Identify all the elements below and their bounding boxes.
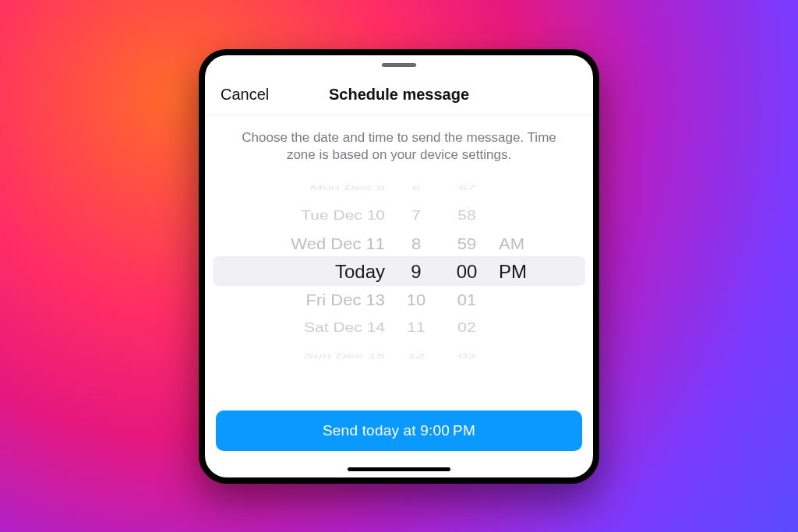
picker-minute-option[interactable]: 03: [458, 350, 475, 362]
cancel-button[interactable]: Cancel: [221, 86, 269, 104]
picker-hour-option[interactable]: 12: [408, 350, 425, 362]
picker-ampm-selected[interactable]: PM: [499, 258, 527, 286]
picker-minute-option[interactable]: 57: [458, 181, 475, 194]
picker-date-option[interactable]: Fri Dec 13: [306, 287, 385, 313]
picker-date-option[interactable]: Tue Dec 10: [301, 206, 385, 227]
picker-column-date[interactable]: Mon Dec 9 Tue Dec 10 Wed Dec 11 Today Fr…: [252, 174, 393, 368]
picker-date-option[interactable]: Sun Dec 15: [303, 350, 385, 362]
picker-date-option[interactable]: Mon Dec 9: [309, 181, 385, 194]
picker-minute-option[interactable]: 59: [457, 231, 476, 257]
modal-title: Schedule message: [329, 86, 469, 104]
instruction-text: Choose the date and time to send the mes…: [205, 115, 593, 174]
picker-minute-option[interactable]: 02: [457, 318, 475, 339]
picker-hour-option[interactable]: 7: [411, 206, 421, 227]
phone-frame: Cancel Schedule message Choose the date …: [199, 49, 599, 484]
picker-date-option[interactable]: Wed Dec 11: [291, 231, 385, 257]
speaker-notch: [382, 63, 416, 67]
picker-minute-option[interactable]: 01: [457, 287, 476, 313]
picker-hour-selected[interactable]: 9: [411, 258, 421, 286]
modal-header: Cancel Schedule message: [205, 76, 593, 115]
picker-column-hour[interactable]: 6 7 8 9 10 11 12: [393, 174, 440, 368]
gradient-background: Cancel Schedule message Choose the date …: [0, 0, 798, 532]
home-indicator[interactable]: [348, 467, 450, 471]
send-button[interactable]: Send today at 9:00 PM: [216, 410, 582, 451]
picker-minute-selected[interactable]: 00: [457, 258, 478, 286]
picker-hour-option[interactable]: 6: [411, 181, 420, 194]
picker-hour-option[interactable]: 8: [411, 231, 421, 257]
picker-hour-option[interactable]: 11: [407, 318, 425, 339]
picker-ampm-option[interactable]: AM: [499, 230, 524, 256]
picker-minute-option[interactable]: 58: [457, 206, 475, 227]
picker-column-minute[interactable]: 57 58 59 00 01 02 03: [440, 174, 494, 368]
footer: Send today at 9:00 PM: [216, 410, 582, 451]
picker-column-ampm[interactable]: AM PM: [494, 174, 546, 368]
picker-date-selected[interactable]: Today: [335, 258, 385, 286]
datetime-picker[interactable]: Mon Dec 9 Tue Dec 10 Wed Dec 11 Today Fr…: [205, 174, 593, 368]
picker-date-option[interactable]: Sat Dec 14: [304, 318, 385, 339]
picker-hour-option[interactable]: 10: [407, 287, 425, 313]
